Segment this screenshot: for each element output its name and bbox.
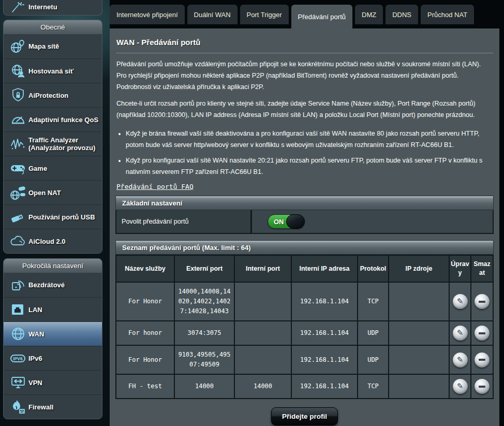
sidebar-item-label: Firewall bbox=[28, 403, 53, 411]
tab-port-forwarding[interactable]: Předávání portů bbox=[291, 5, 353, 28]
sidebar-item-label: LAN bbox=[28, 306, 42, 314]
edit-button[interactable]: ✎ bbox=[453, 352, 468, 368]
basic-config-header: Základní nastavení bbox=[115, 196, 494, 210]
gamepad-icon bbox=[8, 161, 28, 175]
gauge-icon bbox=[8, 112, 28, 127]
minus-icon bbox=[479, 359, 485, 361]
col-delete: Smazat bbox=[471, 255, 493, 282]
port-forwarding-toggle[interactable]: ON bbox=[268, 214, 305, 229]
sidebar-item-label: AiProtection bbox=[28, 92, 68, 99]
col-internal-port: Interní port bbox=[234, 255, 291, 282]
pencil-icon: ✎ bbox=[457, 356, 464, 364]
toggle-knob[interactable] bbox=[286, 214, 305, 229]
waveform-icon bbox=[8, 136, 28, 152]
sidebar-item-label: Traffic Analyzer (Analyzátor provozu) bbox=[28, 136, 99, 152]
globe-gamepad-icon bbox=[8, 185, 28, 200]
sidebar-item-traffic-analyzer[interactable]: Traffic Analyzer (Analyzátor provozu) bbox=[4, 131, 102, 156]
edit-button[interactable]: ✎ bbox=[453, 294, 468, 309]
sidebar-item-adaptive-qos[interactable]: Adaptivní funkce QoS bbox=[4, 107, 102, 131]
source-ip-cell bbox=[389, 345, 449, 374]
internal-ip-cell: 192.168.1.104 bbox=[291, 374, 358, 399]
col-source-ip: IP zdroje bbox=[389, 255, 449, 282]
table-header-row: Název služby Externí port Interní port I… bbox=[116, 255, 493, 282]
edit-button[interactable]: ✎ bbox=[453, 326, 468, 341]
port-forwarding-table: Název služby Externí port Interní port I… bbox=[115, 255, 494, 399]
sidebar-item-vpn[interactable]: VPN bbox=[4, 370, 102, 394]
sidebar-item-game[interactable]: Game bbox=[4, 156, 102, 180]
pencil-icon: ✎ bbox=[457, 329, 464, 337]
sidebar-item-firewall[interactable]: Firewall bbox=[4, 394, 102, 419]
port-forwarding-faq-link[interactable]: Předávání portů FAQ bbox=[116, 183, 194, 190]
minus-icon bbox=[479, 301, 485, 303]
table-row: FH - test 14000 14000 192.168.1.104 TCP … bbox=[116, 374, 493, 399]
service-name-cell: For Honor bbox=[116, 282, 174, 321]
sidebar-item-aicloud[interactable]: AiCloud 2.0 bbox=[4, 229, 102, 253]
delete-button[interactable] bbox=[475, 326, 490, 341]
sidebar-item-label: WAN bbox=[28, 330, 44, 338]
sidebar-item-usb-application[interactable]: Používání portů USB bbox=[4, 204, 102, 229]
add-profile-button[interactable]: Přidejte profil bbox=[271, 407, 338, 425]
sidebar-item-label: Open NAT bbox=[28, 189, 61, 197]
tab-dmz[interactable]: DMZ bbox=[355, 5, 383, 24]
vpn-monitor-icon bbox=[8, 375, 28, 390]
ipv6-icon: IPV6 bbox=[8, 351, 28, 365]
title-divider bbox=[116, 53, 493, 53]
protocol-cell: TCP bbox=[358, 374, 389, 399]
service-name-cell: For honor bbox=[116, 321, 174, 345]
flame-icon bbox=[8, 399, 28, 415]
page-title: WAN - Předávání portů bbox=[115, 34, 494, 53]
protocol-cell: UDP bbox=[358, 321, 389, 345]
tab-port-trigger[interactable]: Port Trigger bbox=[240, 5, 289, 24]
description-paragraph: Předávání portů umožňuje vzdáleným počít… bbox=[115, 58, 494, 93]
pencil-icon: ✎ bbox=[457, 383, 464, 390]
sidebar-item-ipv6[interactable]: IPV6 IPv6 bbox=[4, 346, 102, 370]
tab-nat-passthrough[interactable]: Průchod NAT bbox=[421, 5, 474, 24]
internal-port-cell: 14000 bbox=[234, 374, 291, 399]
col-external-port: Externí port bbox=[174, 255, 234, 282]
col-service-name: Název služby bbox=[116, 255, 174, 282]
external-port-cell: 14000,14008,14020,14022,14027:14028,1404… bbox=[174, 282, 234, 321]
wireless-icon bbox=[8, 277, 28, 293]
basic-config-row: Povolit předávání portů ON bbox=[115, 210, 494, 234]
tab-internet-connection[interactable]: Internetové připojení bbox=[110, 5, 185, 24]
toggle-on-label: ON bbox=[274, 218, 284, 226]
wan-tab-bar: Internetové připojení Duální WAN Port Tr… bbox=[110, 0, 499, 28]
minus-icon bbox=[479, 332, 485, 334]
protocol-cell: TCP bbox=[358, 282, 389, 321]
sidebar-item-label: Adaptivní funkce QoS bbox=[28, 116, 98, 124]
sidebar-item-open-nat[interactable]: Open NAT bbox=[4, 180, 102, 204]
description-paragraph: Chcete-li určit rozsah portů pro klienty… bbox=[115, 98, 494, 121]
sidebar-item-label: Internetu bbox=[28, 3, 57, 11]
external-port-cell: 3074:3075 bbox=[174, 321, 234, 345]
sidebar-item-aiprotection[interactable]: AiProtection bbox=[4, 83, 102, 107]
notes-list: Když je brána firewall vaší sítě deaktiv… bbox=[118, 128, 494, 178]
sidebar-group-general: Obecné Mapa sítě Hostovaná síť AiProtect… bbox=[3, 20, 102, 254]
pencil-icon: ✎ bbox=[457, 298, 464, 305]
tab-dual-wan[interactable]: Duální WAN bbox=[187, 5, 238, 24]
edit-button[interactable]: ✎ bbox=[453, 379, 468, 394]
internal-ip-cell: 192.168.1.104 bbox=[291, 345, 358, 374]
sidebar-item-wan[interactable]: WAN bbox=[4, 321, 102, 346]
minus-icon bbox=[479, 386, 485, 388]
enable-port-forwarding-label: Povolit předávání portů bbox=[116, 210, 252, 233]
col-edit: Úpravy bbox=[449, 255, 471, 282]
delete-button[interactable] bbox=[475, 379, 490, 394]
sidebar-item-label: Mapa sítě bbox=[28, 42, 59, 50]
sidebar-group-header: Obecné bbox=[4, 20, 102, 34]
sidebar-group-advanced: Pokročilá nastavení Bezdrátové LAN WAN I… bbox=[3, 258, 102, 419]
sidebar-item-label: Bezdrátové bbox=[28, 281, 65, 289]
sidebar-item-wireless[interactable]: Bezdrátové bbox=[4, 273, 102, 297]
cloud-icon bbox=[8, 234, 28, 248]
internal-port-cell bbox=[234, 345, 291, 374]
tab-ddns[interactable]: DDNS bbox=[386, 5, 418, 24]
sidebar-item-lan[interactable]: LAN bbox=[4, 297, 102, 321]
sidebar-item-network-map[interactable]: Mapa sítě bbox=[4, 34, 102, 58]
delete-button[interactable] bbox=[475, 352, 490, 368]
sidebar-item-quick-internet-setup[interactable]: Internetu bbox=[3, 0, 102, 16]
shield-lock-icon bbox=[8, 87, 28, 103]
delete-button[interactable] bbox=[475, 294, 490, 309]
sidebar-item-guest-network[interactable]: Hostovaná síť bbox=[4, 58, 102, 83]
internal-port-cell bbox=[234, 321, 291, 345]
sidebar-item-label: AiCloud 2.0 bbox=[28, 238, 66, 245]
col-protocol: Protokol bbox=[358, 255, 389, 282]
